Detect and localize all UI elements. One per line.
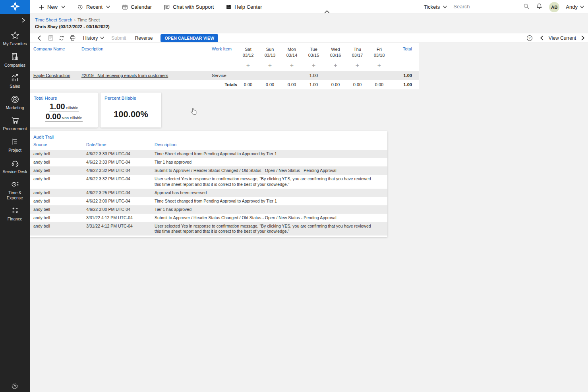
nav-item-chat-with-support[interactable]: Chat with Support <box>164 4 214 10</box>
totals-day-value: 0.00 <box>325 82 346 87</box>
procurement-icon <box>11 116 19 125</box>
chevron-down-icon <box>443 6 447 8</box>
help-icon[interactable]: ? <box>524 35 535 41</box>
save-note-icon[interactable] <box>45 35 56 41</box>
sidebar-item-label: Project <box>8 148 21 153</box>
add-entry-cell-mon: + <box>281 62 303 69</box>
add-entry-icon[interactable]: + <box>290 62 294 69</box>
nav-item-help-center[interactable]: Help Center <box>226 4 262 10</box>
nav-item-recent[interactable]: Recent <box>77 4 110 10</box>
percent-billable-value: 100.00% <box>101 109 161 120</box>
col-header-total[interactable]: Total <box>390 46 413 51</box>
prev-timesheet-icon[interactable] <box>540 35 544 41</box>
sidebar-item-time-expense[interactable]: Time & Expense <box>1 180 29 200</box>
chevron-down-icon <box>61 6 65 8</box>
sidebar-item-label: Service Desk <box>3 169 27 174</box>
totals-day-value: 0.00 <box>368 82 390 87</box>
percent-billable-title: Percent Billable <box>101 93 161 100</box>
user-menu[interactable]: Andy <box>566 4 584 10</box>
add-entry-icon[interactable]: + <box>356 62 359 69</box>
col-header-day-fri: Fri03/18 <box>368 46 390 58</box>
audit-description: Submit to Approver / Header Status Chang… <box>155 215 375 220</box>
totals-day-value: 0.00 <box>346 82 368 87</box>
sidebar-item-label: Marketing <box>6 105 24 110</box>
nav-item-label: Recent <box>86 4 103 10</box>
search-icon[interactable] <box>523 3 530 11</box>
chevron-down-icon <box>100 37 104 39</box>
col-header-day-thu: Thu03/17 <box>346 46 368 58</box>
avatar[interactable]: AB <box>549 2 559 12</box>
breadcrumb-parent-link[interactable]: Time Sheet Search <box>35 17 72 22</box>
col-header-day-sat: Sat03/12 <box>237 46 259 58</box>
reverse-button[interactable]: Reverse <box>135 35 153 41</box>
add-entry-icon[interactable]: + <box>246 62 250 69</box>
audit-description: User selected Yes in response to confirm… <box>155 176 375 187</box>
time-expense-icon <box>11 180 19 189</box>
audit-col-source[interactable]: Source <box>30 142 86 147</box>
next-timesheet-icon[interactable] <box>581 35 585 41</box>
col-header-day-wed: Wed03/16 <box>325 46 346 58</box>
audit-description: Tier 1 has approved <box>155 207 375 212</box>
entry-description-link[interactable]: #2019 - Not receiving emails from custom… <box>81 73 212 78</box>
entry-company-link[interactable]: Eagle Construction <box>30 73 81 78</box>
collapse-topbar-icon[interactable] <box>324 8 330 15</box>
audit-description: Approval has been reversed <box>155 190 375 195</box>
calendar-icon <box>122 4 128 10</box>
add-entry-icon[interactable]: + <box>312 62 315 69</box>
entry-total: 1.00 <box>390 73 413 78</box>
col-header-work-item[interactable]: Work Item <box>212 46 237 51</box>
settings-gear-icon[interactable] <box>0 383 30 390</box>
sidebar-item-service-desk[interactable]: Service Desk <box>1 158 29 174</box>
sidebar-item-procurement[interactable]: Procurement <box>1 116 29 131</box>
audit-source: andy bell <box>30 151 86 156</box>
tickets-dropdown[interactable]: Tickets <box>424 4 447 10</box>
add-entry-icon[interactable]: + <box>334 62 337 69</box>
audit-description: User selected Yes in response to confirm… <box>155 224 375 234</box>
col-header-description[interactable]: Description <box>81 46 212 51</box>
audit-col-description[interactable]: Description <box>155 142 375 147</box>
back-button-icon[interactable] <box>34 35 45 41</box>
audit-row: andy bell4/6/22 3:33 PM UTC-04Tier 1 has… <box>30 158 387 166</box>
search-input[interactable] <box>453 3 520 11</box>
audit-col-datetime[interactable]: Date/Time <box>86 142 155 147</box>
open-calendar-view-button[interactable]: OPEN CALENDAR VIEW <box>161 34 218 42</box>
add-entry-cell-sun: + <box>259 62 281 69</box>
col-header-company[interactable]: Company Name <box>30 46 81 51</box>
avatar-initials: AB <box>551 5 558 10</box>
notifications-bell-icon[interactable] <box>536 3 543 11</box>
add-entry-cell-wed: + <box>325 62 346 69</box>
topbar-nav: NewRecentCalendarChat with SupportHelp C… <box>39 0 262 14</box>
sidebar-item-label: Time & Expense <box>1 190 29 200</box>
expand-sidebar-icon[interactable] <box>21 14 30 25</box>
sidebar-item-project[interactable]: Project <box>1 137 29 153</box>
entry-work-item: Service <box>212 73 237 78</box>
sidebar-item-my-favorites[interactable]: My Favorites <box>1 31 29 46</box>
view-current-button[interactable]: View Current <box>549 35 576 41</box>
app-logo[interactable] <box>0 0 30 14</box>
nav-item-new[interactable]: New <box>39 4 65 10</box>
breadcrumb: Time Sheet Search › Time Sheet Chris Sha… <box>30 14 588 29</box>
add-entry-icon[interactable]: + <box>268 62 272 69</box>
sidebar-item-marketing[interactable]: Marketing <box>1 95 29 110</box>
sidebar-item-companies[interactable]: Companies <box>1 52 29 68</box>
breadcrumb-current: Time Sheet <box>77 17 100 22</box>
col-header-day-mon: Mon03/14 <box>281 46 303 58</box>
submit-button[interactable]: Submit <box>111 35 126 41</box>
history-dropdown[interactable]: History <box>83 35 104 41</box>
sidebar-item-finance[interactable]: Finance <box>1 206 29 222</box>
audit-source: andy bell <box>30 190 86 195</box>
sidebar-item-sales[interactable]: Sales <box>1 73 29 89</box>
add-entry-icon[interactable]: + <box>377 62 381 69</box>
svg-text:?: ? <box>528 36 530 40</box>
audit-row: andy bell4/6/22 3:00 PM UTC-04Tier 1 has… <box>30 205 387 214</box>
project-icon <box>11 137 19 147</box>
col-header-day-sun: Sun03/13 <box>259 46 281 58</box>
refresh-icon[interactable] <box>56 35 67 41</box>
app-root: NewRecentCalendarChat with SupportHelp C… <box>0 0 588 392</box>
add-entry-cell-sat: + <box>237 62 259 69</box>
nav-item-calendar[interactable]: Calendar <box>122 4 152 10</box>
print-icon[interactable] <box>67 35 78 41</box>
entry-hours-cell[interactable]: 1.00 <box>303 73 325 78</box>
sidebar-item-label: My Favorites <box>3 41 27 46</box>
timesheet-grid: Company Name Description Work Item Sat03… <box>30 43 419 89</box>
